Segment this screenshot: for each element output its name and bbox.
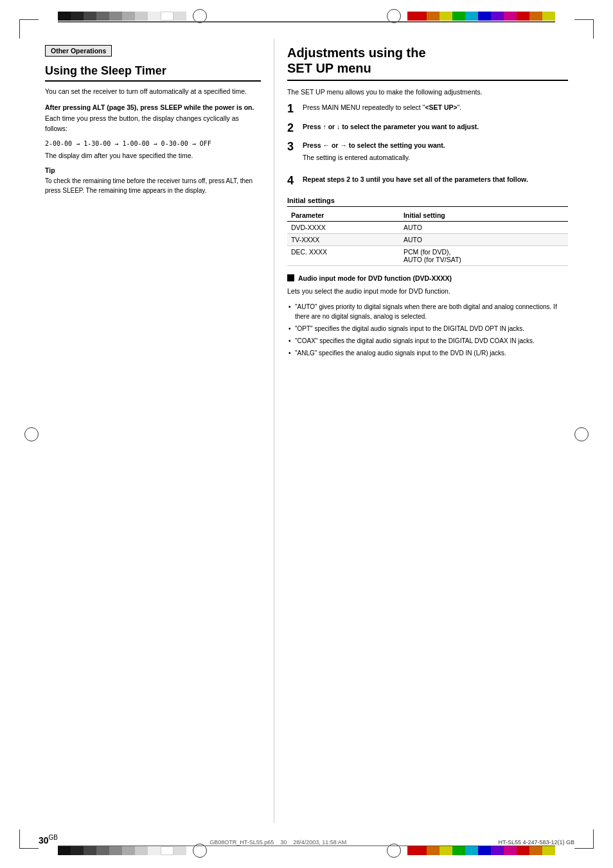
table-cell-param: DVD-XXXX	[287, 221, 400, 233]
corner-mark-br	[574, 829, 594, 849]
step-3: 3 Press ← or → to select the setting you…	[287, 141, 568, 168]
step-4-text: Repeat steps 2 to 3 until you have set a…	[303, 175, 568, 185]
footer-center: GB08OTR_HT-SL55.p65 30 28/4/2003, 11:58 …	[209, 839, 346, 846]
sleep-instruction-heading: After pressing ALT (page 35), press SLEE…	[45, 103, 261, 111]
bullet-opt: "OPT" specifies the digital audio signal…	[287, 324, 568, 333]
reg-circle-left	[24, 427, 39, 441]
left-title: Using the Sleep Timer	[45, 64, 261, 82]
bullet-auto: "AUTO" gives priority to digital signals…	[287, 302, 568, 321]
table-cell-param: TV-XXXX	[287, 233, 400, 245]
tip-heading: Tip	[45, 166, 261, 174]
tip-text: To check the remaining time before the r…	[45, 176, 261, 195]
step-1-text: Press MAIN MENU repeatedly to select "<S…	[303, 103, 568, 113]
display-dim-text: The display dim after you have specified…	[45, 151, 261, 161]
top-rule-line	[58, 21, 555, 22]
table-row: DEC. XXXX PCM (for DVD),AUTO (for TV/SAT…	[287, 245, 568, 265]
left-intro: You can set the receiver to turn off aut…	[45, 87, 261, 97]
table-header-initial: Initial setting	[400, 209, 568, 222]
bullet-anlg: "ANLG" specifies the analog audio signal…	[287, 348, 568, 358]
corner-mark-tr	[574, 19, 594, 39]
audio-heading: Audio input mode for DVD function (DVD-X…	[287, 274, 568, 283]
table-row: DVD-XXXX AUTO	[287, 221, 568, 233]
corner-mark-tl	[19, 19, 39, 39]
audio-heading-text: Audio input mode for DVD function (DVD-X…	[298, 274, 452, 283]
footer-right: HT-SL55 4-247-583-12(1) GB	[498, 839, 574, 846]
table-cell-setting: AUTO	[400, 233, 568, 245]
right-column: Adjustments using the SET UP menu The SE…	[274, 39, 574, 823]
audio-intro: Lets you select the audio input mode for…	[287, 287, 568, 297]
color-bar-bottom-left	[58, 846, 186, 855]
black-square-icon	[287, 274, 294, 281]
table-row: TV-XXXX AUTO	[287, 233, 568, 245]
table-cell-setting: PCM (for DVD),AUTO (for TV/SAT)	[400, 245, 568, 265]
settings-table: Parameter Initial setting DVD-XXXX AUTO …	[287, 209, 568, 266]
step-3-sub: The setting is entered automatically.	[303, 153, 445, 163]
step-2-text: Press ↑ or ↓ to select the parameter you…	[303, 122, 568, 132]
footer: 30GB GB08OTR_HT-SL55.p65 30 28/4/2003, 1…	[39, 834, 574, 846]
color-bar-left	[58, 12, 186, 21]
corner-mark-bl	[19, 829, 39, 849]
color-bar-bottom-right	[407, 846, 555, 855]
section-label: Other Operations	[45, 45, 112, 57]
step-2: 2 Press ↑ or ↓ to select the parameter y…	[287, 122, 568, 135]
table-cell-param: DEC. XXXX	[287, 245, 400, 265]
table-header-parameter: Parameter	[287, 209, 400, 222]
cycle-intro: Each time you press the button, the disp…	[45, 114, 261, 134]
page-number: 30GB	[39, 834, 58, 846]
step-1: 1 Press MAIN MENU repeatedly to select "…	[287, 103, 568, 116]
step-3-block: Press ← or → to select the setting you w…	[303, 141, 445, 168]
right-intro: The SET UP menu allows you to make the f…	[287, 87, 568, 98]
bullet-coax: "COAX" specifies the digital audio signa…	[287, 336, 568, 346]
step-3-text: Press ← or → to select the setting you w…	[303, 141, 445, 149]
main-content: Other Operations Using the Sleep Timer Y…	[39, 39, 574, 823]
cycle-display: 2-00-00 → 1-30-00 → 1-00-00 → 0-30-00 → …	[45, 139, 261, 148]
step-4: 4 Repeat steps 2 to 3 until you have set…	[287, 175, 568, 188]
reg-circle-right	[574, 427, 589, 441]
left-column: Other Operations Using the Sleep Timer Y…	[39, 39, 274, 823]
table-cell-setting: AUTO	[400, 221, 568, 233]
color-bar-right	[407, 12, 555, 21]
initial-settings-heading: Initial settings	[287, 197, 568, 207]
right-title: Adjustments using the SET UP menu	[287, 45, 568, 81]
